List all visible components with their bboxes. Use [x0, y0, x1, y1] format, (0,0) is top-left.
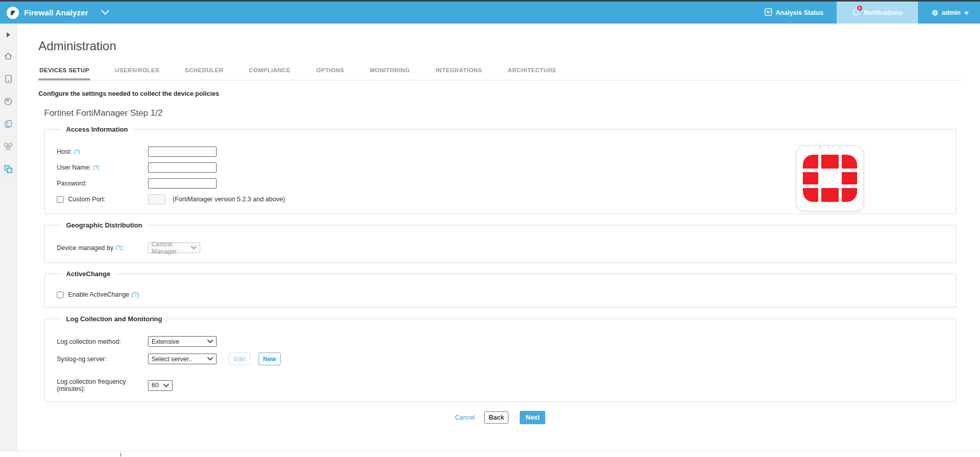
step-title: Fortinet FortiManager Step 1/2: [44, 108, 963, 118]
new-syslog-button[interactable]: New: [259, 352, 281, 365]
admin-menu[interactable]: ⚙ admin: [919, 2, 980, 24]
fortinet-logo: [796, 146, 864, 211]
syslog-server-select[interactable]: Select server..: [148, 354, 217, 364]
tab-scheduler[interactable]: SCHEDULER: [184, 64, 224, 80]
clock-icon: [4, 97, 12, 108]
edit-syslog-button[interactable]: Edit: [229, 352, 250, 365]
access-information-section: Access Information Host: (?) User Name: …: [44, 126, 956, 214]
app-brand[interactable]: Firewall Analyzer: [0, 2, 109, 24]
activechange-legend: ActiveChange: [66, 270, 111, 278]
syslog-server-value: Select server..: [152, 356, 192, 363]
log-collection-method-label: Log collection method:: [57, 338, 121, 345]
sidebar-item-administration[interactable]: [0, 159, 16, 181]
log-collection-frequency-value: 60: [152, 382, 159, 389]
sidebar-item-home[interactable]: [0, 46, 16, 69]
notifications-label: Notifications: [864, 9, 903, 16]
sidebar-item-reports[interactable]: [0, 114, 16, 136]
tab-integrations[interactable]: INTEGRATIONS: [435, 64, 483, 80]
geographic-distribution-legend: Geographic Distribution: [66, 221, 142, 229]
fortinet-grid-icon: [803, 155, 857, 202]
tab-compliance[interactable]: COMPLIANCE: [248, 64, 291, 80]
home-icon: [4, 52, 12, 62]
username-input[interactable]: [148, 162, 217, 173]
next-button[interactable]: Next: [520, 411, 545, 424]
gear-icon: ⚙: [932, 9, 939, 16]
access-information-legend: Access Information: [66, 126, 128, 133]
back-button[interactable]: Back: [484, 411, 509, 424]
tab-architecture[interactable]: ARCHITECTURE: [507, 64, 558, 80]
syslog-server-label: Syslog-ng server:: [57, 356, 106, 363]
header-right-group: Analysis Status Notifications ⚙ admin: [751, 2, 980, 24]
sidebar-expand-button[interactable]: [0, 24, 16, 46]
bell-icon: [852, 8, 860, 17]
chevron-down-icon[interactable]: [101, 10, 109, 15]
left-sidebar: [0, 24, 17, 451]
tab-options[interactable]: OPTIONS: [315, 64, 346, 80]
tab-monitoring[interactable]: MONITORING: [369, 64, 411, 80]
activechange-help-link[interactable]: (?): [132, 291, 139, 298]
page-title: Administration: [38, 39, 963, 53]
log-collection-method-value: Extensive: [152, 338, 179, 345]
chevron-down-icon: [191, 246, 197, 250]
device-managed-by-help-link[interactable]: (?): [115, 245, 121, 251]
expand-arrow-icon: [6, 30, 10, 39]
bottom-border: [0, 451, 980, 451]
enable-activechange-row: Enable ActiveChange (?): [57, 291, 946, 298]
admin-tabs: DEVICES SETUP USERS/ROLES SCHEDULER COMP…: [38, 64, 963, 80]
log-collection-frequency-label: Log collection frequency (minutes):: [57, 378, 148, 392]
scrollbar-mark[interactable]: [120, 453, 121, 456]
log-collection-frequency-row: Log collection frequency (minutes): 60: [57, 378, 946, 392]
host-label: Host:: [57, 148, 72, 155]
enable-activechange-label: Enable ActiveChange: [68, 291, 130, 298]
notifications-button[interactable]: Notifications: [837, 2, 918, 24]
password-input[interactable]: [148, 178, 217, 189]
app-title: Firewall Analyzer: [24, 8, 88, 17]
page-subtitle: Configure the settings needed to collect…: [38, 90, 963, 97]
sidebar-item-alerts[interactable]: [0, 136, 16, 159]
log-collection-section: Log Collection and Monitoring Log collec…: [44, 315, 956, 402]
username-help-link[interactable]: (?): [93, 165, 99, 171]
admin-label: admin: [942, 9, 961, 16]
custom-port-input[interactable]: [148, 194, 165, 204]
reports-icon: [5, 120, 12, 130]
main-content: Administration DEVICES SETUP USERS/ROLES…: [17, 24, 980, 451]
log-collection-method-select[interactable]: Extensive: [148, 336, 217, 347]
password-label: Password:: [57, 180, 87, 187]
custom-port-label: Custom Port:: [68, 196, 105, 203]
device-managed-by-row: Device managed by (?) : Central Manager: [57, 242, 946, 253]
host-help-link[interactable]: (?): [74, 149, 80, 155]
analysis-status-label: Analysis Status: [776, 9, 823, 16]
activechange-section: ActiveChange Enable ActiveChange (?): [44, 270, 956, 308]
tab-users-roles[interactable]: USERS/ROLES: [114, 64, 160, 80]
manageengine-logo-icon: [7, 7, 19, 19]
sidebar-item-time[interactable]: [0, 91, 16, 114]
host-input[interactable]: [148, 147, 217, 157]
cancel-link[interactable]: Cancel: [455, 414, 475, 421]
log-collection-method-row: Log collection method: Extensive: [57, 336, 946, 347]
device-managed-by-label: Device managed by: [57, 244, 113, 252]
log-collection-legend: Log Collection and Monitoring: [66, 315, 162, 323]
device-managed-by-colon: :: [122, 244, 123, 252]
analysis-status-button[interactable]: Analysis Status: [751, 2, 837, 24]
device-icon: [5, 75, 12, 85]
sidebar-item-devices[interactable]: [0, 69, 16, 91]
username-label: User Name:: [57, 164, 91, 171]
geographic-distribution-section: Geographic Distribution Device managed b…: [44, 221, 956, 263]
syslog-server-row: Syslog-ng server: Select server.. Edit N…: [57, 352, 946, 365]
device-managed-by-select[interactable]: Central Manager: [148, 242, 200, 253]
tab-devices-setup[interactable]: DEVICES SETUP: [38, 64, 90, 80]
chevron-down-icon: [163, 384, 169, 387]
notification-badge: [857, 6, 862, 11]
analysis-status-icon: [764, 8, 772, 17]
users-badge-icon: [4, 143, 12, 152]
wizard-actions: Cancel Back Next: [44, 411, 956, 424]
custom-port-checkbox[interactable]: [57, 196, 63, 203]
log-collection-frequency-select[interactable]: 60: [148, 380, 173, 391]
admin-windows-icon: [4, 165, 12, 175]
custom-port-note: (FortiManager version 5.2.3 and above): [173, 196, 285, 203]
app-header: Firewall Analyzer Analysis Status Notifi…: [0, 2, 980, 24]
caret-down-icon: [964, 9, 969, 16]
enable-activechange-checkbox[interactable]: [57, 292, 63, 298]
device-managed-by-value: Central Manager: [152, 241, 188, 255]
chevron-down-icon: [207, 340, 213, 343]
